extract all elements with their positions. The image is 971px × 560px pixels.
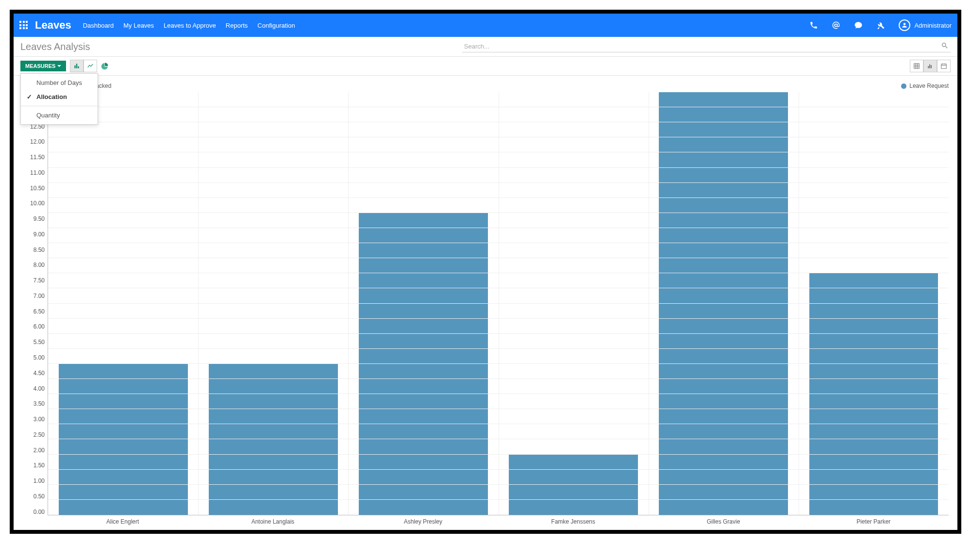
x-label: Gilles Gravie (648, 515, 798, 525)
y-tick: 11.50 (30, 154, 45, 161)
apps-icon[interactable] (19, 21, 28, 30)
svg-rect-0 (75, 66, 76, 68)
y-tick: 12.00 (30, 138, 45, 145)
svg-rect-11 (941, 64, 947, 68)
dropdown-item-quantity[interactable]: Quantity (21, 108, 98, 122)
y-tick: 2.50 (33, 431, 45, 438)
nav-configuration[interactable]: Configuration (257, 22, 295, 29)
y-tick: 3.00 (33, 416, 45, 423)
app-brand[interactable]: Leaves (35, 19, 71, 32)
y-tick: 3.50 (33, 400, 45, 407)
y-tick: 1.50 (33, 462, 45, 469)
y-tick: 7.50 (33, 277, 45, 284)
x-axis: Alice EnglertAntoine LanglaisAshley Pres… (48, 515, 949, 525)
y-tick: 8.50 (33, 247, 45, 253)
chat-icon[interactable] (854, 21, 863, 30)
dropdown-item-number-of-days[interactable]: Number of Days (21, 76, 98, 90)
chart-legend: Leave Request (901, 82, 949, 89)
y-tick: 5.50 (33, 339, 45, 346)
y-tick: 8.00 (33, 262, 45, 268)
line-chart-button[interactable] (84, 60, 97, 72)
y-tick: 9.50 (33, 215, 45, 222)
legend-label: Leave Request (909, 82, 949, 89)
measures-button[interactable]: MEASURES (20, 61, 66, 71)
y-tick: 1.00 (33, 478, 45, 484)
avatar-icon (899, 19, 910, 31)
y-tick: 4.00 (33, 385, 45, 392)
bar[interactable] (659, 92, 788, 515)
topbar: Leaves Dashboard My Leaves Leaves to App… (14, 14, 957, 37)
x-label: Famke Jenssens (498, 515, 648, 525)
y-tick: 5.00 (33, 354, 45, 361)
y-tick: 6.00 (33, 323, 45, 330)
calendar-view-button[interactable] (937, 60, 951, 72)
pivot-view-button[interactable] (910, 60, 923, 72)
user-menu[interactable]: Administrator (899, 19, 952, 31)
bar-chart-button[interactable] (70, 60, 84, 72)
dropdown-separator (21, 106, 98, 106)
nav-leaves-to-approve[interactable]: Leaves to Approve (164, 22, 216, 29)
main-nav: Dashboard My Leaves Leaves to Approve Re… (83, 22, 295, 29)
nav-my-leaves[interactable]: My Leaves (123, 22, 154, 29)
nav-reports[interactable]: Reports (226, 22, 248, 29)
y-tick: 0.50 (33, 493, 45, 500)
dropdown-item-allocation[interactable]: Allocation (21, 90, 98, 104)
y-tick: 10.00 (30, 200, 45, 207)
at-icon[interactable] (832, 21, 840, 30)
svg-rect-2 (78, 66, 79, 68)
bar[interactable] (59, 364, 188, 515)
phone-icon[interactable] (809, 21, 818, 30)
measures-label: MEASURES (25, 63, 55, 69)
y-tick: 9.00 (33, 231, 45, 238)
measures-dropdown: Number of Days Allocation Quantity (20, 73, 98, 125)
tools-icon[interactable] (876, 21, 885, 30)
y-tick: 2.00 (33, 447, 45, 454)
y-tick: 7.00 (33, 293, 45, 299)
search-icon[interactable] (941, 42, 949, 49)
svg-rect-10 (931, 65, 932, 68)
chart-plot (48, 92, 949, 515)
y-tick: 11.00 (30, 169, 45, 176)
graph-view-button[interactable] (923, 60, 937, 72)
svg-rect-9 (929, 65, 930, 68)
x-label: Ashley Presley (348, 515, 498, 525)
pie-chart-button[interactable] (101, 62, 109, 70)
x-label: Pieter Parker (799, 515, 949, 525)
search-input[interactable] (462, 41, 951, 52)
svg-rect-8 (928, 66, 929, 68)
svg-rect-3 (914, 64, 920, 69)
x-label: Antoine Langlais (198, 515, 348, 525)
subheader: Leaves Analysis (14, 37, 957, 57)
svg-rect-1 (76, 64, 77, 68)
toolbar: MEASURES Number of Days Allocation Quant… (14, 57, 957, 76)
user-name: Administrator (914, 22, 952, 29)
caret-down-icon (57, 65, 61, 67)
bar[interactable] (209, 364, 338, 515)
legend-dot-icon (901, 83, 906, 89)
y-axis: 13.5013.0012.5012.0011.5011.0010.5010.00… (22, 92, 48, 515)
y-tick: 10.50 (30, 185, 45, 192)
x-label: Alice Englert (48, 515, 198, 525)
y-tick: 6.50 (33, 308, 45, 315)
chart-area: Stacked Leave Request 13.5013.0012.5012.… (14, 76, 957, 530)
nav-dashboard[interactable]: Dashboard (83, 22, 114, 29)
page-title: Leaves Analysis (20, 41, 90, 52)
y-tick: 4.50 (33, 370, 45, 377)
y-tick: 0.00 (33, 509, 45, 515)
